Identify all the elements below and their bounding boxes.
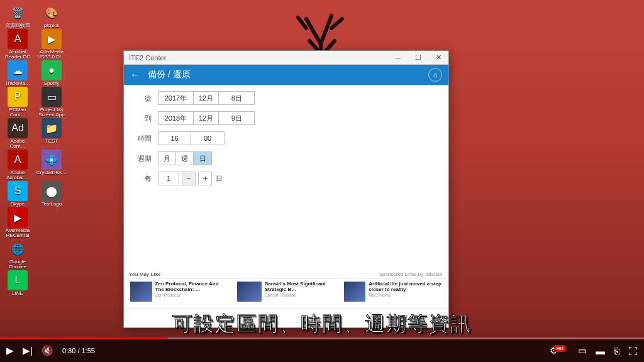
tab-week[interactable]: 週 xyxy=(176,152,194,165)
play-button[interactable]: ▶ xyxy=(6,345,14,356)
window-titlebar: ITE2 Center ─ ☐ ✕ xyxy=(124,51,448,65)
sponsored-link[interactable]: Zen Protocol, Finance And The Blockchain… xyxy=(130,282,228,306)
every-label: 每 xyxy=(133,174,152,184)
desktop-icon[interactable]: ▶AVerMedia USB3.0 Di… xyxy=(36,29,67,60)
desktop-icon[interactable]: 💠CrystalDisk… xyxy=(36,150,67,180)
page-header: ← 備份 / 還原 ⌂ xyxy=(124,65,448,85)
from-label: 從 xyxy=(133,94,152,103)
cast-icon[interactable]: ⎘ xyxy=(614,346,619,356)
you-may-like-label: You May Like xyxy=(129,272,161,277)
progress-bar[interactable] xyxy=(0,337,644,339)
to-label: 到 xyxy=(133,114,152,123)
window-title: ITE2 Center xyxy=(124,54,166,62)
tab-month[interactable]: 月 xyxy=(158,152,176,165)
time-picker[interactable]: 16 00 xyxy=(158,131,225,145)
desktop-icons: 🗑️資源回收筒🎨picpickAAcrobat Reader DC▶AVerMe… xyxy=(3,3,67,296)
page-title: 備份 / 還原 xyxy=(148,69,191,80)
desktop-icon[interactable]: SSkype xyxy=(3,181,33,207)
home-icon[interactable]: ⌂ xyxy=(428,68,442,82)
from-date-picker[interactable]: 2017年 12月 8日 xyxy=(158,91,255,105)
desktop-icon[interactable]: 📁TEST xyxy=(36,118,67,149)
desktop-icon[interactable]: 🗑️資源回收筒 xyxy=(3,3,33,28)
desktop-icon[interactable]: ▶AVerMedia RECentral xyxy=(3,207,33,238)
maximize-button[interactable]: ☐ xyxy=(408,51,428,65)
sponsored-link[interactable]: Artificial life just moved a step closer… xyxy=(344,282,442,306)
back-icon[interactable]: ← xyxy=(130,69,140,80)
desktop-icon[interactable]: LLINE xyxy=(3,270,33,296)
decrement-button[interactable]: − xyxy=(182,172,196,185)
every-unit: 日 xyxy=(216,174,223,184)
video-subtitle: 可設定區間、時間、週期等資訊 xyxy=(172,310,472,338)
increment-button[interactable]: ＋ xyxy=(198,172,212,185)
theater-icon[interactable]: ▬ xyxy=(596,346,605,356)
fullscreen-icon[interactable]: ⛶ xyxy=(628,346,638,356)
desktop-icon[interactable]: ⬤TestLogo xyxy=(36,181,67,207)
desktop-icon[interactable]: AdAdobe Cont… xyxy=(3,118,33,149)
desktop-wallpaper: 🗑️資源回收筒🎨picpickAAcrobat Reader DC▶AVerMe… xyxy=(0,0,644,362)
desktop-icon[interactable]: AAdobe Acrobat… xyxy=(3,150,33,180)
desktop-icon[interactable]: ▭Project My Screen App xyxy=(36,87,67,118)
desktop-icon[interactable]: ☁TradeMa… xyxy=(3,60,33,86)
desktop-icon[interactable]: 🎨picpick xyxy=(36,3,67,28)
desktop-icon[interactable]: AAcrobat Reader DC xyxy=(3,29,33,60)
mute-button[interactable]: 🔇 xyxy=(42,345,53,356)
sponsored-link[interactable]: Sansiri's Most Significant Strategic B…S… xyxy=(237,282,335,306)
app-window: ITE2 Center ─ ☐ ✕ ← 備份 / 還原 ⌂ 從 2017年 12… xyxy=(123,50,449,328)
desktop-icon[interactable]: PPCMan Com… xyxy=(3,87,33,118)
cycle-tabs: 月 週 日 xyxy=(158,151,212,165)
tab-day[interactable]: 日 xyxy=(194,152,211,165)
cycle-label: 週期 xyxy=(133,154,152,163)
desktop-icon[interactable]: 🌐Google Chrome xyxy=(3,239,33,270)
video-time: 0:30 / 1:55 xyxy=(62,347,95,354)
next-button[interactable]: ▶| xyxy=(23,345,33,356)
backup-form: 從 2017年 12月 8日 到 2018年 12月 9日 時間 16 xyxy=(124,85,448,278)
close-button[interactable]: ✕ xyxy=(428,51,448,65)
miniplayer-icon[interactable]: ▭ xyxy=(578,345,587,356)
sponsored-label: Sponsored Links by Taboola xyxy=(379,272,442,277)
settings-icon[interactable]: ⚙HD xyxy=(550,345,569,356)
desktop-icon[interactable]: ●Spotify xyxy=(36,60,67,86)
time-label: 時間 xyxy=(133,134,152,143)
every-input[interactable]: 1 xyxy=(158,172,179,185)
video-controls: ▶ ▶| 🔇 0:30 / 1:55 ⚙HD ▭ ▬ ⎘ ⛶ xyxy=(0,339,644,362)
sponsored-links: You May Like Sponsored Links by Taboola … xyxy=(124,278,448,309)
minimize-button[interactable]: ─ xyxy=(388,51,408,65)
to-date-picker[interactable]: 2018年 12月 9日 xyxy=(158,111,255,125)
